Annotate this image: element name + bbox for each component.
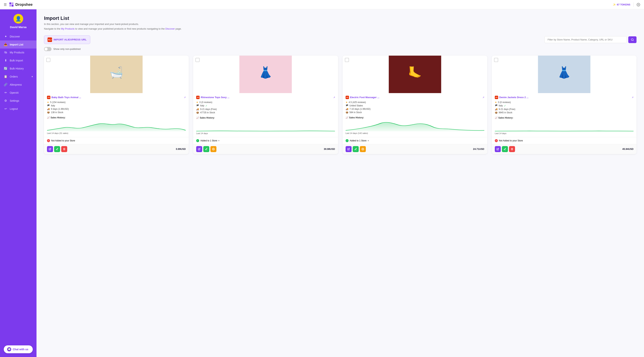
star-icon: ★: [47, 101, 49, 104]
flag-icon: 🏴: [196, 104, 199, 107]
sidebar-item-label: Aliexpress: [10, 83, 33, 86]
sidebar-item-orders[interactable]: 📋 Orders ▾: [0, 73, 36, 81]
hamburger-icon[interactable]: ☰: [4, 3, 7, 7]
trash-icon: [511, 148, 513, 150]
country-name: Italy: [200, 104, 204, 107]
tokens-button[interactable]: ✨ 67 TOKENS: [613, 3, 630, 6]
sidebar-item-discover[interactable]: ✦ Discover: [0, 33, 36, 41]
toggle-slider: [44, 47, 52, 51]
logout-icon: ↩: [4, 107, 8, 111]
sidebar-item-bulk-import[interactable]: ⬇ Bulk Import: [0, 56, 36, 65]
sales-summary: Last 14 days: [196, 132, 335, 135]
product-title[interactable]: Baby Bath Toys Animal ...: [52, 96, 183, 99]
chevron-down-icon[interactable]: ▾: [218, 139, 220, 142]
card-checkbox[interactable]: [345, 58, 349, 62]
settings-button[interactable]: [210, 146, 216, 152]
external-link-icon[interactable]: ↗: [333, 96, 335, 99]
quick-edit-button[interactable]: [54, 146, 60, 152]
non-published-toggle[interactable]: [44, 47, 52, 51]
card-checkbox[interactable]: [46, 58, 50, 62]
search-button[interactable]: [628, 36, 636, 43]
sidebar-item-label: Settings: [10, 99, 33, 102]
sidebar-item-openai[interactable]: ✏ OpenAI: [0, 89, 36, 97]
stock-icon: 📦: [47, 111, 50, 114]
external-link-icon[interactable]: ↗: [632, 96, 634, 99]
sales-chart: [346, 120, 484, 131]
stock-icon: 📦: [196, 111, 199, 114]
card-checkbox[interactable]: [196, 58, 200, 62]
edit-button[interactable]: [346, 146, 352, 152]
verified-icon: ✓: [205, 104, 208, 107]
external-link-icon[interactable]: ↗: [482, 96, 484, 99]
discover-link[interactable]: Discover: [165, 27, 176, 30]
chart-icon: 📈: [346, 116, 348, 119]
sidebar-item-label: Bulk Import: [10, 59, 33, 62]
sidebar-item-label: Bulk History: [10, 67, 33, 70]
shipping-icon: 🚚: [495, 108, 498, 111]
svg-rect-0: [9, 3, 11, 4]
delete-button[interactable]: [509, 146, 515, 152]
shipping-days: 9-21 days (Free): [200, 108, 217, 111]
chevron-down-icon[interactable]: ▾: [368, 139, 369, 142]
sidebar-item-aliexpress[interactable]: 🔗 Aliexpress: [0, 81, 36, 89]
sales-chart: [495, 120, 634, 132]
page-desc-1: In this section, you can view and manage…: [44, 22, 636, 26]
chevron-down-icon: ▾: [32, 75, 33, 78]
store-status: ✕Not Added to your Store: [47, 139, 75, 142]
product-title[interactable]: Electric Foot Massager ...: [350, 96, 481, 99]
sidebar-item-label: Import List: [10, 43, 33, 46]
country-row: 🏴 Italy ✓: [196, 104, 335, 107]
product-card: 🛁AliBaby Bath Toys Animal ...↗★ 5 (154 r…: [44, 56, 189, 154]
search-input[interactable]: [544, 36, 627, 43]
import-aliexpress-button[interactable]: Ali IMPORT ALIEXPRESS URL: [44, 36, 90, 44]
card-actions: 24.71USD: [342, 144, 487, 154]
shipping-row: 🚚 9 days (1.99USD): [47, 108, 186, 110]
delete-button[interactable]: [61, 146, 67, 152]
settings-button[interactable]: [360, 146, 366, 152]
settings-icon[interactable]: [636, 3, 640, 7]
store-status-text: Added to 1 Store: [350, 139, 366, 142]
external-link-icon[interactable]: ↗: [184, 96, 186, 99]
store-status-row[interactable]: ✓Added to 1 Store▾: [342, 137, 487, 144]
rating-row: ★ 0 (0 reviews): [196, 101, 335, 104]
card-title-row: AliRhinestone Tops Sexy ...↗: [196, 96, 335, 99]
chart-svg: [47, 120, 186, 131]
store-status-row[interactable]: ✕Not Added to your Store: [492, 137, 636, 144]
sidebar-item-my-products[interactable]: 🛍 My Products: [0, 49, 36, 56]
quick-edit-button[interactable]: [353, 146, 359, 152]
quick-edit-button[interactable]: [203, 146, 209, 152]
svg-point-14: [362, 149, 363, 149]
svg-text:🛁: 🛁: [109, 66, 123, 79]
chat-btn-label: Chat with us: [13, 348, 28, 351]
sidebar-item-settings[interactable]: ⚙ Settings: [0, 97, 36, 105]
card-checkbox[interactable]: [494, 58, 498, 62]
sidebar-item-logout[interactable]: ↩ Logout: [0, 105, 36, 113]
sidebar-item-bulk-history[interactable]: 🔄 Bulk History: [0, 65, 36, 73]
my-products-link[interactable]: My Products: [61, 27, 75, 30]
sales-chart: [47, 120, 186, 131]
trash-icon: [63, 148, 66, 150]
edit-button[interactable]: [47, 146, 53, 152]
sidebar-item-label: OpenAI: [10, 91, 33, 94]
store-status-row[interactable]: ✓Added to 1 Store▾: [193, 137, 338, 144]
sidebar-item-import-list[interactable]: 📥 Import List: [0, 41, 36, 49]
sales-label: 📈 Sales History:: [495, 117, 634, 119]
sales-label: 📈 Sales History:: [47, 116, 186, 119]
product-title[interactable]: Denim Jackets Dress 2 ...: [499, 96, 630, 99]
avatar: 👤: [14, 14, 23, 24]
sidebar-nav: ✦ Discover 📥 Import List 🛍 My Products ⬇…: [0, 33, 36, 117]
edit-icon: [56, 148, 58, 150]
edit-button[interactable]: [196, 146, 202, 152]
quick-edit-button[interactable]: [502, 146, 508, 152]
edit-button[interactable]: [495, 146, 501, 152]
product-card: 🦶AliElectric Foot Massager ...↗★ 4.5 (42…: [342, 56, 487, 154]
card-actions: 30.98USD: [193, 144, 338, 154]
added-store-icon: ✓: [346, 139, 348, 142]
action-buttons: [346, 146, 366, 152]
product-image: 👗: [492, 56, 636, 93]
chart-icon: 📈: [495, 117, 498, 119]
product-title[interactable]: Rhinestone Tops Sexy ...: [201, 96, 332, 99]
page-title: Import List: [44, 15, 636, 21]
chat-button[interactable]: 💬 Chat with us: [4, 345, 33, 353]
store-status-row[interactable]: ✕Not Added to your Store: [44, 137, 189, 144]
